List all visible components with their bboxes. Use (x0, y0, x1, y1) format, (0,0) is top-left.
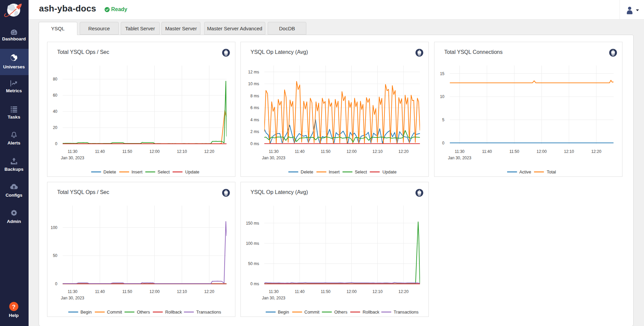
svg-text:15: 15 (440, 71, 445, 76)
svg-text:Update: Update (382, 169, 396, 174)
svg-text:0 ms: 0 ms (250, 282, 259, 286)
svg-text:12:00: 12:00 (346, 149, 356, 154)
svg-text:6 ms: 6 ms (250, 105, 259, 110)
svg-text:11:50: 11:50 (509, 149, 519, 154)
svg-text:Update: Update (185, 169, 199, 174)
svg-text:0: 0 (442, 141, 445, 145)
svg-text:12:20: 12:20 (591, 149, 601, 154)
svg-text:Total YSQL Connections: Total YSQL Connections (444, 49, 502, 55)
svg-text:Others: Others (137, 309, 150, 315)
svg-text:Total YSQL Ops / Sec: Total YSQL Ops / Sec (57, 49, 109, 55)
svg-text:Select: Select (158, 169, 170, 174)
svg-text:Jan 30, 2023: Jan 30, 2023 (61, 296, 84, 300)
svg-text:12:00: 12:00 (537, 149, 547, 154)
svg-text:YSQL Op Latency (Avg): YSQL Op Latency (Avg) (251, 189, 308, 195)
svg-text:100: 100 (50, 225, 57, 230)
svg-text:?: ? (12, 304, 15, 310)
svg-text:60: 60 (53, 93, 58, 98)
svg-text:Alerts: Alerts (7, 140, 20, 145)
svg-text:12:10: 12:10 (177, 149, 187, 154)
svg-text:Help: Help (9, 313, 18, 318)
svg-text:12:20: 12:20 (399, 149, 409, 154)
svg-text:Rollback: Rollback (165, 309, 182, 315)
svg-text:11:40: 11:40 (482, 149, 492, 154)
svg-text:Universes: Universes (3, 64, 25, 69)
svg-text:11:50: 11:50 (122, 149, 132, 154)
svg-text:Configs: Configs (5, 193, 22, 198)
svg-text:10 ms: 10 ms (248, 82, 259, 86)
svg-text:50 ms: 50 ms (248, 261, 259, 266)
svg-text:Rollback: Rollback (363, 309, 379, 315)
svg-text:5: 5 (442, 118, 445, 122)
svg-text:Jan 30, 2023: Jan 30, 2023 (61, 156, 84, 160)
svg-text:20: 20 (53, 125, 58, 130)
svg-text:8 ms: 8 ms (250, 94, 259, 98)
svg-text:11:30: 11:30 (68, 289, 77, 294)
svg-text:11:40: 11:40 (295, 289, 304, 294)
svg-text:12:10: 12:10 (564, 149, 574, 154)
svg-text:12:20: 12:20 (399, 289, 409, 294)
svg-text:Begin: Begin (80, 309, 91, 315)
svg-text:YSQL Op Latency (Avg): YSQL Op Latency (Avg) (251, 49, 308, 55)
svg-text:Others: Others (334, 309, 348, 315)
svg-text:0 ms: 0 ms (250, 141, 259, 146)
svg-text:10: 10 (440, 94, 445, 99)
svg-text:11:50: 11:50 (122, 289, 132, 294)
svg-text:11:30: 11:30 (455, 149, 464, 154)
svg-text:11:40: 11:40 (95, 149, 105, 154)
svg-text:Select: Select (355, 169, 367, 174)
svg-text:11:50: 11:50 (321, 149, 331, 154)
svg-text:50: 50 (53, 253, 58, 258)
svg-text:0: 0 (55, 141, 58, 146)
svg-text:Tasks: Tasks (8, 115, 20, 120)
svg-text:Dashboard: Dashboard (2, 36, 26, 41)
svg-text:4 ms: 4 ms (250, 118, 259, 122)
svg-text:Active: Active (519, 169, 531, 174)
svg-text:Backups: Backups (4, 167, 23, 172)
svg-text:Transactions: Transactions (394, 309, 419, 315)
svg-text:11:40: 11:40 (295, 149, 304, 154)
svg-text:Jan 30, 2023: Jan 30, 2023 (448, 156, 471, 160)
svg-text:Commit: Commit (304, 309, 319, 315)
svg-text:12:20: 12:20 (204, 149, 214, 154)
svg-text:40: 40 (53, 109, 58, 114)
svg-text:80: 80 (53, 77, 58, 82)
svg-text:11:40: 11:40 (95, 289, 105, 294)
svg-text:2 ms: 2 ms (250, 129, 259, 134)
svg-text:Transactions: Transactions (196, 309, 221, 315)
svg-text:12:10: 12:10 (373, 289, 383, 294)
svg-text:Insert: Insert (131, 169, 143, 174)
svg-text:11:50: 11:50 (321, 289, 331, 294)
svg-text:11:30: 11:30 (269, 149, 278, 154)
svg-text:11:30: 11:30 (269, 289, 278, 294)
svg-text:11:30: 11:30 (68, 149, 77, 154)
svg-text:0: 0 (55, 282, 58, 286)
svg-text:Jan 30, 2023: Jan 30, 2023 (262, 296, 286, 300)
svg-text:150 ms: 150 ms (246, 221, 259, 226)
svg-text:Total YSQL Ops / Sec: Total YSQL Ops / Sec (57, 189, 109, 195)
svg-text:100 ms: 100 ms (246, 241, 259, 246)
svg-text:12:20: 12:20 (204, 289, 214, 294)
svg-text:Delete: Delete (301, 169, 313, 174)
svg-text:Commit: Commit (107, 309, 122, 315)
svg-text:12 ms: 12 ms (248, 70, 259, 74)
svg-text:Metrics: Metrics (6, 88, 22, 93)
svg-text:12:10: 12:10 (177, 289, 187, 294)
svg-text:Delete: Delete (104, 169, 116, 174)
svg-text:12:10: 12:10 (373, 149, 383, 154)
svg-text:12:00: 12:00 (346, 289, 356, 294)
svg-text:Total: Total (547, 169, 556, 174)
svg-text:12:00: 12:00 (150, 149, 160, 154)
svg-text:12:00: 12:00 (150, 289, 160, 294)
svg-text:Jan 30, 2023: Jan 30, 2023 (262, 156, 286, 160)
svg-text:Begin: Begin (278, 309, 289, 315)
svg-text:Insert: Insert (329, 169, 340, 174)
svg-text:Admin: Admin (7, 219, 21, 224)
